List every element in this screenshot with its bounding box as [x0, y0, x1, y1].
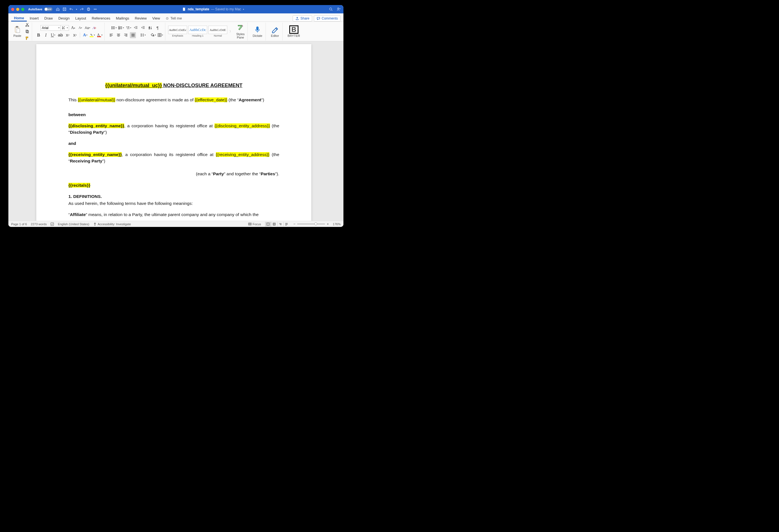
draft-view-icon[interactable]	[283, 222, 290, 226]
paste-button[interactable]: Paste	[12, 25, 23, 38]
underline-button[interactable]: U▾	[50, 32, 56, 38]
tab-references[interactable]: References	[89, 14, 113, 21]
justify-icon[interactable]	[130, 32, 136, 38]
paragraph-group: ▾ 123▾ ▾ AZ ¶ ▾ ▾ ▾	[106, 22, 165, 41]
word-count[interactable]: 2273 words	[31, 222, 47, 226]
increase-indent-icon[interactable]	[140, 25, 146, 31]
undo-dropdown[interactable]: ▾	[76, 8, 77, 11]
web-layout-view-icon[interactable]	[271, 222, 277, 226]
dictate-button[interactable]: Dictate	[251, 25, 264, 38]
change-case-icon[interactable]: Aa▾	[84, 25, 91, 31]
tell-me-search[interactable]: Tell me	[163, 14, 185, 21]
language-indicator[interactable]: English (United States)	[58, 222, 89, 226]
zoom-control[interactable]: − +	[293, 222, 329, 226]
italic-button[interactable]: I	[43, 32, 49, 38]
font-selector[interactable]: ▾ ▾	[41, 25, 69, 31]
zoom-out-icon[interactable]: −	[293, 222, 296, 226]
style-normal[interactable]: AaBbCcDdENormal	[208, 26, 227, 37]
document-content[interactable]: {{unilateral/mutual_uc}} NON-DISCLOSURE …	[36, 44, 311, 218]
page-indicator[interactable]: Page 1 of 6	[11, 222, 27, 226]
zoom-window-button[interactable]	[21, 8, 24, 11]
sort-icon[interactable]: AZ	[147, 25, 153, 31]
zoom-slider[interactable]	[297, 223, 325, 224]
subscript-button[interactable]: x2	[64, 32, 71, 38]
borders-icon[interactable]: ▾	[157, 32, 163, 38]
styles-pane-button[interactable]: Styles Pane	[235, 23, 246, 40]
more-icon[interactable]	[93, 7, 97, 11]
tab-view[interactable]: View	[149, 14, 163, 21]
redo-icon[interactable]	[80, 7, 84, 11]
view-buttons	[265, 222, 290, 226]
editor-button[interactable]: Editor	[269, 25, 281, 38]
tab-mailings[interactable]: Mailings	[113, 14, 132, 21]
styles-group: AaBbCcDdEeEmphasis AaBbCcDcHeading 1 AaB…	[167, 22, 248, 41]
font-name-input[interactable]	[41, 25, 58, 30]
decrease-indent-icon[interactable]	[133, 25, 139, 31]
numbering-icon[interactable]: 123▾	[118, 25, 124, 31]
highlight-icon[interactable]: ✎▾	[89, 32, 96, 38]
format-painter-icon[interactable]	[24, 35, 30, 41]
copy-icon[interactable]	[24, 28, 30, 35]
comments-button[interactable]: Comments	[314, 15, 341, 21]
svg-point-35	[274, 223, 275, 225]
svg-point-19	[112, 27, 112, 28]
superscript-button[interactable]: x2	[72, 32, 78, 38]
increase-font-icon[interactable]: A▴	[70, 25, 76, 31]
font-color-icon[interactable]: A▾	[97, 32, 103, 38]
tab-draw[interactable]: Draw	[42, 14, 56, 21]
multilevel-list-icon[interactable]: ▾	[125, 25, 131, 31]
accessibility-status[interactable]: Accessibility: Investigate	[93, 222, 131, 226]
bullets-icon[interactable]: ▾	[111, 25, 117, 31]
svg-rect-2	[88, 8, 89, 9]
page[interactable]: {{unilateral/mutual_uc}} NON-DISCLOSURE …	[36, 44, 311, 221]
search-icon[interactable]	[329, 7, 333, 11]
style-heading1[interactable]: AaBbCcDcHeading 1	[188, 26, 207, 37]
svg-text:3: 3	[119, 28, 120, 29]
save-icon[interactable]	[63, 7, 66, 11]
autosave-label: AutoSave	[28, 7, 43, 11]
zoom-in-icon[interactable]: +	[327, 222, 329, 226]
undo-icon[interactable]	[69, 7, 73, 11]
decrease-font-icon[interactable]: A▾	[77, 25, 83, 31]
share-button[interactable]: Share	[293, 15, 312, 21]
print-icon[interactable]	[86, 7, 91, 11]
align-center-icon[interactable]	[115, 32, 121, 38]
font-group: ▾ ▾ A▴ A▾ Aa▾ A⊘ B I U▾ ab x2 x2 A▾ ✎▾ A…	[34, 22, 105, 41]
tab-design[interactable]: Design	[56, 14, 72, 21]
svg-point-20	[112, 28, 112, 29]
font-size-input[interactable]	[60, 25, 66, 30]
minimize-window-button[interactable]	[16, 8, 19, 11]
text-effects-icon[interactable]: A▾	[82, 32, 88, 38]
line-spacing-icon[interactable]: ▾	[140, 32, 146, 38]
align-left-icon[interactable]	[108, 32, 114, 38]
autosave-toggle[interactable]: AutoSave OFF	[28, 7, 53, 11]
status-bar: Page 1 of 6 2273 words English (United S…	[8, 221, 344, 227]
align-right-icon[interactable]	[123, 32, 129, 38]
zoom-level[interactable]: 176%	[333, 222, 341, 226]
close-window-button[interactable]	[11, 8, 14, 11]
home-icon[interactable]	[56, 7, 60, 11]
outline-view-icon[interactable]	[277, 222, 283, 226]
spelling-status[interactable]	[51, 222, 54, 226]
print-layout-view-icon[interactable]	[265, 222, 271, 226]
style-emphasis[interactable]: AaBbCcDdEeEmphasis	[168, 26, 187, 37]
shading-icon[interactable]: ▾	[150, 32, 156, 38]
styles-more[interactable]: 〉	[228, 29, 233, 34]
clear-format-icon[interactable]: A⊘	[92, 25, 98, 31]
tab-home[interactable]: Home	[11, 14, 27, 21]
share-people-icon[interactable]	[337, 7, 341, 11]
cut-icon[interactable]	[24, 22, 30, 28]
focus-mode[interactable]: Focus	[248, 222, 261, 226]
bold-button[interactable]: B	[36, 32, 42, 38]
bryter-button[interactable]: B BRYTER	[286, 25, 302, 38]
title-dropdown[interactable]: ▾	[243, 8, 244, 11]
svg-point-30	[95, 223, 95, 223]
tab-layout[interactable]: Layout	[72, 14, 89, 21]
show-marks-icon[interactable]: ¶	[155, 25, 161, 31]
svg-rect-12	[16, 26, 18, 27]
tab-review[interactable]: Review	[132, 14, 149, 21]
tab-insert[interactable]: Insert	[27, 14, 42, 21]
document-area[interactable]: {{unilateral/mutual_uc}} NON-DISCLOSURE …	[8, 41, 344, 221]
strikethrough-button[interactable]: ab	[57, 32, 63, 38]
autosave-switch[interactable]: OFF	[44, 7, 53, 11]
